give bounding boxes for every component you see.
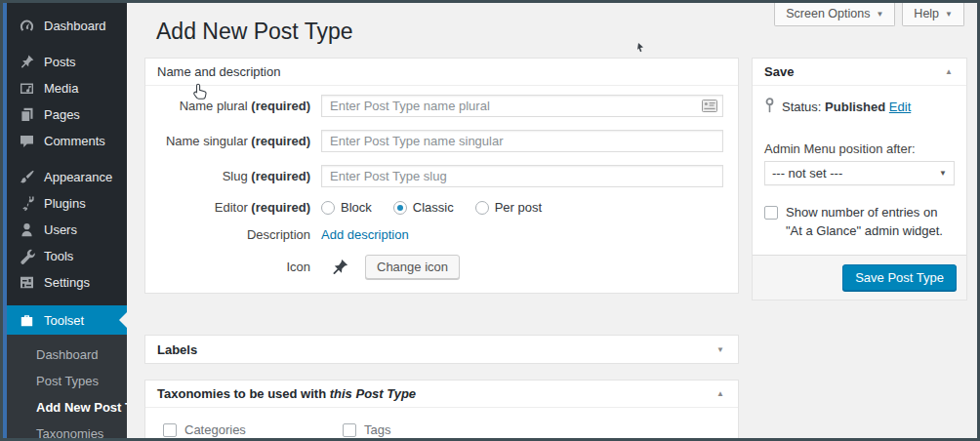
name-singular-row: Name singular (required) <box>145 130 723 152</box>
pushpin-icon <box>19 54 35 70</box>
current-post-type-pushpin-icon <box>330 258 349 277</box>
editor-radio-group: Block Classic Per post <box>321 200 542 215</box>
chevron-up-icon[interactable]: ▲ <box>943 67 955 76</box>
status-line: Status: Published Edit <box>764 98 955 116</box>
plugin-icon <box>19 195 35 212</box>
sidebar-item-posts[interactable]: Posts <box>7 49 127 75</box>
pages-icon <box>19 106 35 123</box>
taxonomy-tags-checkbox[interactable]: Tags <box>343 422 390 437</box>
sidebar-item-settings[interactable]: Settings <box>7 269 127 296</box>
sidebar-item-toolset[interactable]: Toolset <box>7 305 127 335</box>
radio-unchecked-icon <box>321 201 335 215</box>
sidebar-item-label: Appearance <box>44 170 112 184</box>
chevron-down-icon: ▼ <box>945 10 953 19</box>
sidebar-item-label: Plugins <box>44 196 86 211</box>
settings-icon <box>19 274 35 291</box>
submenu-item-dashboard[interactable]: Dashboard <box>7 341 127 368</box>
editor-label: Editor (required) <box>145 200 321 215</box>
sidebar-item-label: Posts <box>44 55 76 69</box>
taxonomy-categories-checkbox[interactable]: Categories <box>163 422 343 437</box>
sidebar-item-label: Users <box>44 222 77 237</box>
save-post-type-button[interactable]: Save Post Type <box>842 264 957 291</box>
sidebar-item-media[interactable]: Media <box>7 75 127 101</box>
name-plural-input[interactable] <box>321 95 723 117</box>
editor-option-block[interactable]: Block <box>321 200 372 215</box>
sidebar-item-pages[interactable]: Pages <box>7 101 127 128</box>
at-a-glance-checkbox-row[interactable]: Show number of entries on "At a Glance" … <box>764 204 955 241</box>
radio-unchecked-icon <box>475 201 489 215</box>
at-a-glance-checkbox-label: Show number of entries on "At a Glance" … <box>786 204 955 241</box>
menu-position-select[interactable]: --- not set --- ▼ <box>764 161 955 185</box>
toolset-icon <box>19 312 35 329</box>
slug-input[interactable] <box>321 165 723 187</box>
status-pin-icon <box>764 98 775 116</box>
labels-panel-header[interactable]: Labels ▼ <box>145 336 738 363</box>
sidebar-item-label: Settings <box>44 275 90 290</box>
sidebar-item-comments[interactable]: Comments <box>7 128 127 154</box>
screen-meta-links: Screen Options ▼ Help ▼ <box>774 3 964 26</box>
change-icon-button[interactable]: Change icon <box>365 255 460 279</box>
taxonomies-panel: Taxonomies to be used with this Post Typ… <box>144 380 739 438</box>
chevron-down-icon[interactable]: ▼ <box>715 345 726 354</box>
sidebar-item-label: Toolset <box>44 313 84 328</box>
save-panel-header[interactable]: Save ▲ <box>753 59 966 86</box>
current-menu-arrow <box>119 312 127 328</box>
save-panel-footer: Save Post Type <box>753 255 966 300</box>
sidebar-item-tools[interactable]: Tools <box>7 243 127 269</box>
name-singular-input[interactable] <box>321 130 723 152</box>
name-plural-row: Name plural (required) <box>145 95 723 117</box>
submenu-item-taxonomies[interactable]: Taxonomies <box>7 421 127 441</box>
name-description-panel-header[interactable]: Name and description <box>145 59 738 86</box>
toolset-submenu: Dashboard Post Types Add New Post Type T… <box>7 335 127 441</box>
submenu-item-post-types[interactable]: Post Types <box>7 368 127 394</box>
menu-position-label: Admin Menu position after: <box>764 141 955 156</box>
name-plural-label: Name plural (required) <box>145 99 321 113</box>
name-description-panel: Name and description Name plural (requir… <box>144 58 739 294</box>
submenu-item-add-new-post-type[interactable]: Add New Post Type <box>7 394 127 421</box>
chevron-down-icon: ▼ <box>876 10 883 19</box>
menu-separator <box>7 296 127 305</box>
dashboard-icon <box>19 18 35 34</box>
admin-menu-sidebar: Dashboard Posts Media Pages Comments App… <box>7 3 127 438</box>
editor-option-per-post[interactable]: Per post <box>475 200 542 215</box>
brush-icon <box>19 169 35 185</box>
chevron-down-icon: ▼ <box>939 169 947 178</box>
name-singular-label: Name singular (required) <box>145 134 321 148</box>
edit-status-link[interactable]: Edit <box>889 100 911 114</box>
chevron-up-icon[interactable]: ▲ <box>715 389 726 398</box>
radio-checked-icon <box>393 201 407 215</box>
screen-options-button[interactable]: Screen Options ▼ <box>774 3 895 26</box>
comment-icon <box>19 133 35 149</box>
checkbox-unchecked-icon <box>343 423 356 437</box>
media-icon <box>19 80 35 97</box>
save-panel: Save ▲ Status: Published Edit <box>752 58 967 301</box>
description-row: Description Add description <box>145 227 723 242</box>
icon-label: Icon <box>145 260 321 274</box>
sidebar-item-appearance[interactable]: Appearance <box>7 164 127 190</box>
checkbox-unchecked-icon <box>764 206 778 220</box>
checkbox-unchecked-icon <box>163 423 177 437</box>
sidebar-item-label: Comments <box>44 134 105 148</box>
user-icon <box>19 221 35 238</box>
add-description-link[interactable]: Add description <box>321 227 409 242</box>
menu-separator <box>7 39 127 49</box>
slug-row: Slug (required) <box>145 165 723 187</box>
editor-option-classic[interactable]: Classic <box>393 200 454 215</box>
menu-separator <box>7 154 127 164</box>
help-button[interactable]: Help ▼ <box>902 3 964 26</box>
labels-panel: Labels ▼ <box>144 335 739 364</box>
slug-label: Slug (required) <box>145 169 321 183</box>
sidebar-item-label: Tools <box>44 249 73 263</box>
sidebar-item-users[interactable]: Users <box>7 217 127 243</box>
taxonomies-panel-header[interactable]: Taxonomies to be used with this Post Typ… <box>145 381 738 408</box>
sidebar-item-label: Pages <box>44 107 80 122</box>
icon-row: Icon Change icon <box>145 255 723 279</box>
main-content: Screen Options ▼ Help ▼ Add New Post Typ… <box>127 3 977 438</box>
sidebar-item-label: Dashboard <box>44 19 106 33</box>
editor-row: Editor (required) Block <box>145 200 723 215</box>
sidebar-item-plugins[interactable]: Plugins <box>7 190 127 217</box>
description-label: Description <box>145 227 321 242</box>
wordpress-admin-window: Dashboard Posts Media Pages Comments App… <box>0 0 980 441</box>
sidebar-item-dashboard[interactable]: Dashboard <box>7 13 127 39</box>
wrench-icon <box>19 248 35 264</box>
